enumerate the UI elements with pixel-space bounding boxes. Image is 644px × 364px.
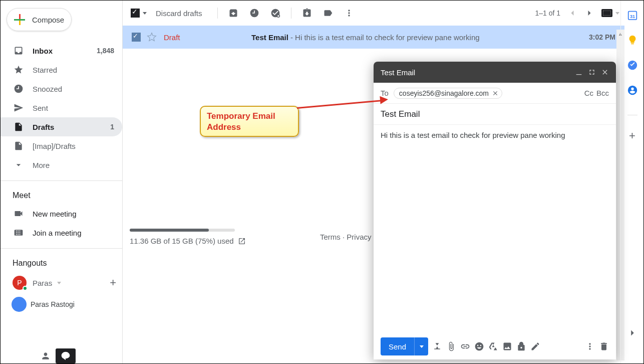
to-field-row[interactable]: To coseyis256@sinagalore.com Cc Bcc (374, 83, 616, 104)
avatar (12, 297, 27, 312)
message-from: Draft (164, 33, 251, 42)
sidebar-item-sent[interactable]: Sent (1, 98, 122, 117)
link-icon[interactable] (460, 341, 470, 351)
star-icon (14, 65, 24, 75)
discard-drafts-button[interactable]: Discard drafts (156, 9, 202, 18)
clock-icon (14, 84, 24, 94)
video-icon (14, 209, 24, 219)
collapse-icon[interactable] (627, 327, 638, 338)
draft-icon (14, 122, 24, 132)
annotation-arrowhead (380, 95, 388, 104)
compose-body[interactable]: Hi this is a test email to check for pre… (374, 125, 616, 333)
storage-bar (130, 229, 235, 232)
hangouts-section-title: Hangouts (1, 255, 122, 272)
send-options-button[interactable] (414, 337, 428, 355)
recipient-email: coseyis256@sinagalore.com (399, 89, 489, 97)
tasks-icon[interactable] (627, 60, 638, 71)
format-icon[interactable] (432, 341, 442, 351)
close-icon[interactable] (601, 68, 609, 76)
sidebar-item-more[interactable]: More (1, 155, 122, 174)
snooze-icon[interactable] (249, 8, 259, 18)
send-button[interactable]: Send (381, 337, 414, 355)
remove-chip-icon[interactable] (492, 90, 499, 97)
sidebar-item-drafts[interactable]: Drafts 1 (1, 117, 122, 136)
storage-text: 11.36 GB of 15 GB (75%) used (130, 237, 234, 245)
subject-field[interactable]: Test Email (374, 104, 616, 125)
sidebar-item-inbox[interactable]: Inbox 1,848 (1, 41, 122, 60)
input-tools-dropdown[interactable] (615, 12, 619, 15)
meet-section-title: Meet (1, 187, 122, 204)
new-meeting-button[interactable]: New meeting (1, 204, 122, 223)
message-snippet: - Hi this is a test email to check for p… (290, 33, 480, 42)
cc-button[interactable]: Cc (584, 89, 593, 97)
compose-header[interactable]: Test Email (374, 62, 616, 83)
trash-icon[interactable] (599, 341, 609, 351)
annotation-callout: Temporary Email Address (200, 106, 299, 137)
contacts-tab[interactable] (36, 348, 56, 363)
minimize-icon[interactable] (575, 68, 583, 76)
bcc-button[interactable]: Bcc (596, 89, 609, 97)
open-icon[interactable] (238, 237, 246, 245)
recipient-chip[interactable]: coseyis256@sinagalore.com (394, 88, 502, 99)
message-row[interactable]: Draft Test Email - Hi this is a test ema… (123, 26, 624, 49)
next-page-button[interactable] (584, 8, 594, 18)
hangouts-tab[interactable] (56, 348, 76, 363)
pen-icon[interactable] (530, 341, 540, 351)
new-chat-button[interactable]: + (110, 276, 116, 289)
starred-label: Starred (33, 66, 114, 74)
svg-text:31: 31 (629, 14, 634, 19)
subject-text: Test Email (381, 109, 420, 119)
select-all-dropdown[interactable] (143, 12, 147, 15)
sidebar-item-imap-drafts[interactable]: [Imap]/Drafts (1, 136, 122, 155)
add-app-button[interactable]: + (629, 129, 635, 142)
archive-icon[interactable] (228, 8, 238, 18)
sidebar-item-starred[interactable]: Starred (1, 60, 122, 79)
select-all-checkbox[interactable] (131, 9, 140, 18)
label-icon[interactable] (323, 8, 333, 18)
fullscreen-icon[interactable] (588, 68, 596, 76)
input-tools-button[interactable] (601, 9, 612, 17)
join-meeting-button[interactable]: Join a meeting (1, 223, 122, 242)
hangouts-self[interactable]: P Paras + (1, 272, 122, 294)
join-meeting-label: Join a meeting (33, 229, 82, 237)
sidebar-item-snoozed[interactable]: Snoozed (1, 79, 122, 98)
task-add-icon[interactable] (270, 8, 280, 18)
right-sidebar: 31 + (620, 1, 643, 363)
inbox-label: Inbox (33, 47, 97, 55)
drive-icon[interactable] (488, 341, 498, 351)
drafts-count: 1 (110, 123, 114, 131)
left-sidebar: Compose Inbox 1,848 Starred Snoozed Sent… (1, 1, 123, 363)
more-icon[interactable] (344, 8, 354, 18)
inbox-icon (14, 46, 24, 56)
emoji-icon[interactable] (474, 341, 484, 351)
drafts-label: Drafts (33, 123, 110, 131)
message-checkbox[interactable] (132, 33, 141, 42)
prev-page-button[interactable] (567, 8, 577, 18)
snoozed-label: Snoozed (33, 85, 114, 93)
caret-down-icon[interactable] (57, 282, 61, 284)
attach-icon[interactable] (446, 341, 456, 351)
sent-icon (14, 103, 24, 113)
compose-button[interactable]: Compose (7, 8, 72, 31)
hangouts-icon (61, 351, 71, 361)
move-to-icon[interactable] (302, 8, 312, 18)
more-label: More (33, 161, 114, 169)
page-indicator: 1–1 of 1 (535, 9, 560, 17)
calendar-icon[interactable]: 31 (627, 10, 638, 21)
sent-label: Sent (33, 104, 114, 112)
contacts-icon[interactable] (627, 85, 638, 96)
callout-line2: Address (207, 122, 241, 132)
keyboard-icon (14, 228, 24, 238)
callout-line1: Temporary Email (207, 111, 275, 121)
compose-window: Test Email To coseyis256@sinagalore.com … (374, 62, 616, 359)
more-options-icon[interactable] (585, 341, 595, 351)
confidential-icon[interactable] (516, 341, 526, 351)
star-toggle[interactable] (147, 32, 157, 42)
hangouts-username: Paras (33, 279, 52, 287)
photo-icon[interactable] (502, 341, 512, 351)
person-icon (41, 351, 51, 361)
body-text: Hi this is a test email to check for pre… (381, 131, 565, 139)
plus-icon (14, 14, 25, 25)
hangouts-contact[interactable]: Paras Rastogi (1, 294, 122, 312)
keep-icon[interactable] (627, 35, 638, 46)
